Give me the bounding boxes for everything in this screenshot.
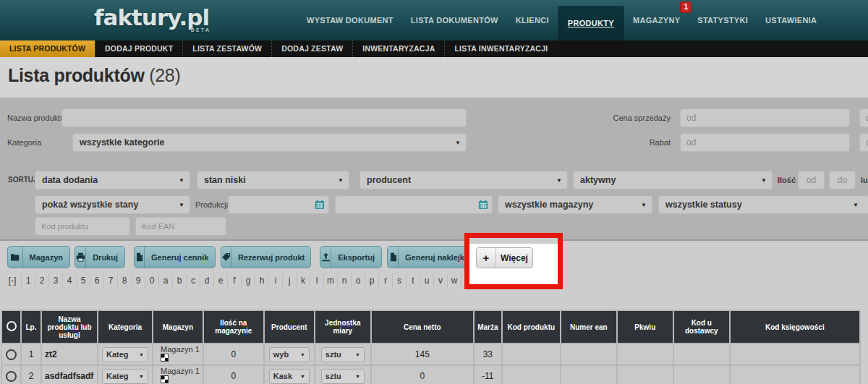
tag-icon [221, 247, 231, 268]
alpha-cell-k[interactable]: k [297, 273, 310, 288]
category-select[interactable]: wszystkie kategorie ▼ [72, 133, 467, 152]
nav-item-produkty[interactable]: PRODUKTY [558, 6, 624, 40]
export-icon [320, 247, 331, 268]
alpha-cell-u[interactable]: u [420, 273, 434, 288]
alpha-cell-b[interactable]: b [173, 273, 187, 288]
alpha-cell-e[interactable]: e [214, 273, 228, 288]
category-row-select[interactable]: Kateg▼ [102, 369, 148, 384]
more-button-label: Więcej [496, 253, 532, 263]
nav-item-magazyny[interactable]: MAGAZYNY1 [624, 0, 689, 40]
more-button[interactable]: + Więcej [476, 247, 533, 268]
column-header-kod-księgowości: Kod księgowości [730, 310, 860, 344]
warehouse-name: Magazyn 1 [156, 345, 200, 354]
sort-select[interactable]: data dodania▼ [35, 171, 190, 189]
logo[interactable]: faktury.pl BETA [94, 4, 209, 30]
nav-item-lista-dokumentów[interactable]: LISTA DOKUMENTÓW [402, 0, 507, 40]
calendar-icon[interactable] [478, 200, 488, 210]
states-select[interactable]: pokaż wszystkie stany▼ [35, 195, 190, 214]
producer-row-select[interactable]: Kask▼ [269, 369, 310, 384]
discount-from-input[interactable] [680, 133, 850, 152]
price-from-input[interactable] [680, 108, 850, 127]
active-select[interactable]: aktywny▼ [573, 171, 773, 189]
tab-lista-inwentaryzacji[interactable]: LISTA INWENTARYZACJI [444, 40, 557, 57]
alpha-cell-l[interactable]: l [310, 273, 324, 288]
category-row-select[interactable]: Kateg▼ [102, 347, 148, 362]
radio-icon[interactable] [6, 371, 17, 382]
tab-lista-produktów[interactable]: LISTA PRODUKTÓW [0, 40, 95, 57]
alpha-cell-4[interactable]: 4 [63, 273, 77, 288]
products-table: Lp.Nazwa produktu lub usługiKategoriaMag… [1, 310, 861, 384]
tab-inwentaryzacja[interactable]: INWENTARYZACJA [352, 40, 444, 57]
qty-to-input[interactable] [829, 171, 856, 189]
price-to-input[interactable] [859, 108, 868, 127]
tab-dodaj-produkt[interactable]: DODAJ PRODUKT [95, 40, 182, 57]
alpha-cell-n[interactable]: n [338, 273, 352, 288]
nav-item-klienci[interactable]: KLIENCI [507, 0, 558, 40]
alpha-cell-r[interactable]: r [379, 273, 393, 288]
calendar-icon[interactable] [315, 200, 325, 210]
unit-row-select[interactable]: sztu▼ [321, 347, 365, 362]
alpha-cell-d[interactable]: d [200, 273, 214, 288]
alpha-cell-6[interactable]: 6 [90, 273, 104, 288]
alpha-cell-9[interactable]: 9 [132, 273, 145, 288]
product-name-input[interactable] [61, 108, 467, 127]
stock-level-select[interactable]: stan niski▼ [197, 171, 349, 189]
toolbar-button-magazyn[interactable]: Magazyn [7, 246, 70, 268]
column-header-select-all [1, 310, 21, 344]
alpha-cell-v[interactable]: v [434, 273, 448, 288]
producer-row-select[interactable]: wyb▼ [269, 347, 310, 362]
toolbar-button-rezerwuj-produkt[interactable]: Rezerwuj produkt [221, 246, 311, 268]
statuses-select[interactable]: wszystkie statusy▼ [658, 195, 868, 214]
unit-row-select[interactable]: sztu▼ [321, 369, 365, 384]
alpha-cell-2[interactable]: 2 [35, 273, 49, 288]
production-date-to-input[interactable] [335, 195, 493, 214]
toolbar-button-generuj-cennik[interactable]: Generuj cennik [134, 246, 216, 268]
ean-code-input[interactable] [135, 217, 226, 236]
producer-select[interactable]: producent▼ [359, 171, 568, 189]
alpha-cell-w[interactable]: w [448, 273, 461, 288]
alphabet-pagination: [-]1234567890abcdefghijklmnoprstuvwxyz [4, 273, 502, 288]
select-all-circle-icon[interactable] [7, 321, 17, 331]
toolbar-button-drukuj[interactable]: Drukuj [75, 246, 125, 268]
warehouses-select[interactable]: wszystkie magazyny▼ [498, 195, 652, 214]
alpha-cell-1[interactable]: 1 [22, 273, 35, 288]
document-icon [388, 247, 399, 268]
alpha-cell-0[interactable]: 0 [145, 273, 159, 288]
tab-dodaj-zestaw[interactable]: DODAJ ZESTAW [271, 40, 352, 57]
alpha-cell-all[interactable]: [-] [4, 273, 22, 288]
radio-icon[interactable] [6, 349, 17, 360]
alpha-cell-m[interactable]: m [324, 273, 338, 288]
alpha-cell-5[interactable]: 5 [77, 273, 90, 288]
nav-item-ustawienia[interactable]: USTAWIENIA [757, 0, 825, 40]
cell-select [1, 344, 21, 365]
nav-item-wystaw-dokument[interactable]: WYSTAW DOKUMENT [298, 0, 402, 40]
alpha-cell-a[interactable]: a [159, 273, 173, 288]
alpha-cell-s[interactable]: s [393, 273, 407, 288]
nav-item-statystyki[interactable]: STATYSTYKI [689, 0, 757, 40]
alpha-cell-p[interactable]: p [365, 273, 379, 288]
title-band: Lista produktów (28) [0, 57, 868, 98]
alpha-cell-8[interactable]: 8 [118, 273, 132, 288]
alpha-cell-i[interactable]: i [269, 273, 283, 288]
qty-from-input[interactable] [798, 171, 825, 189]
production-date-from-input[interactable] [228, 195, 329, 214]
alpha-cell-h[interactable]: h [255, 273, 269, 288]
alpha-cell-g[interactable]: g [242, 273, 255, 288]
alpha-cell-f[interactable]: f [228, 273, 242, 288]
alpha-cell-t[interactable]: t [407, 273, 420, 288]
alpha-cell-o[interactable]: o [352, 273, 365, 288]
discount-to-input[interactable] [859, 133, 868, 152]
cell-lp: 2 [21, 365, 41, 384]
alpha-cell-7[interactable]: 7 [104, 273, 118, 288]
toolbar-button-eksportuj[interactable]: Eksportuj [320, 246, 382, 268]
column-header-label: Kategoria [109, 323, 142, 331]
tab-lista-zestawów[interactable]: LISTA ZESTAWÓW [182, 40, 271, 57]
chevron-down-icon: ▼ [139, 352, 144, 357]
product-code-input[interactable] [35, 217, 130, 236]
chevron-down-icon: ▼ [300, 352, 305, 357]
alpha-cell-3[interactable]: 3 [49, 273, 63, 288]
cell-category: Kateg▼ [98, 344, 153, 365]
alpha-cell-c[interactable]: c [187, 273, 200, 288]
alpha-cell-j[interactable]: j [283, 273, 297, 288]
toolbar-button-generuj-naklejki[interactable]: Generuj naklejki [387, 246, 474, 268]
